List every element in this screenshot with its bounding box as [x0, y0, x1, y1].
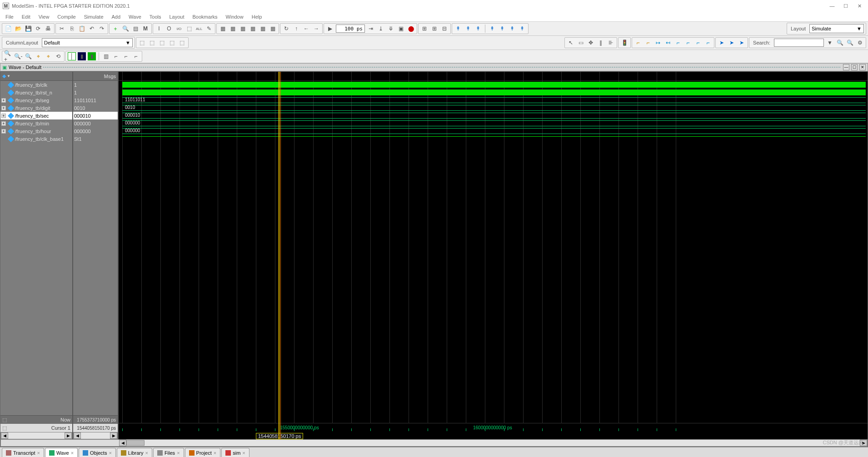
signal-row[interactable]: /fruency_tb/clk: [0, 81, 72, 89]
signal-row[interactable]: +/fruency_tb/digit: [0, 104, 72, 112]
up4-icon[interactable]: ↟: [488, 25, 496, 33]
menu-add[interactable]: Add: [108, 13, 125, 20]
columnlayout-dropdown[interactable]: Default ▼: [42, 38, 133, 47]
run-icon[interactable]: ▶: [326, 25, 334, 33]
edge1-icon[interactable]: ⌐: [634, 39, 642, 47]
tab-close-icon[interactable]: ×: [145, 450, 148, 456]
new-icon[interactable]: 📄: [4, 25, 12, 33]
tab-close-icon[interactable]: ×: [214, 450, 216, 456]
menu-file[interactable]: File: [2, 13, 17, 20]
scroll-right-icon[interactable]: ▶: [110, 432, 117, 439]
waveform-area[interactable]: 1550000000000 ps1600000000000 ps 1544058…: [119, 72, 868, 439]
win1-icon[interactable]: ⊞: [420, 25, 429, 33]
search-prev-icon[interactable]: 🔍: [836, 39, 844, 47]
menu-compile[interactable]: Compile: [54, 13, 79, 20]
tab-wave[interactable]: Wave×: [45, 448, 78, 457]
fmt1-icon[interactable]: ⬚: [138, 39, 146, 47]
break-icon[interactable]: ▣: [397, 25, 405, 33]
menu-help[interactable]: Help: [248, 13, 266, 20]
layout-dropdown[interactable]: Simulate ▼: [809, 24, 864, 33]
tab-close-icon[interactable]: ×: [177, 450, 180, 456]
signal-row[interactable]: +/fruency_tb/sec: [0, 112, 72, 119]
expand3-icon[interactable]: ➤: [738, 39, 746, 47]
cut-icon[interactable]: ✂: [58, 25, 66, 33]
chart1-icon[interactable]: ▦: [219, 25, 227, 33]
chart3-icon[interactable]: ▦: [239, 25, 247, 33]
m-icon[interactable]: M: [141, 25, 150, 33]
search-next-icon[interactable]: 🔍: [846, 39, 854, 47]
menu-view[interactable]: View: [35, 13, 53, 20]
mode5-icon[interactable]: ⌐: [112, 52, 120, 60]
fmt4-icon[interactable]: ⬚: [168, 39, 176, 47]
scroll-right-icon[interactable]: ▶: [860, 440, 867, 446]
edge5-icon[interactable]: ⌐: [674, 39, 682, 47]
zoom-range-icon[interactable]: ⌖: [44, 52, 52, 60]
names-header[interactable]: ◆ ▼: [0, 72, 72, 81]
search-opt-icon[interactable]: ⚙: [856, 39, 864, 47]
panel-max-button[interactable]: ☐: [851, 64, 858, 70]
scroll-left-icon[interactable]: ◀: [1, 432, 8, 439]
mode7-icon[interactable]: ⌐: [132, 52, 140, 60]
mode6-icon[interactable]: ⌐: [122, 52, 130, 60]
refresh-icon[interactable]: ⟳: [34, 25, 42, 33]
zoom-cursor-icon[interactable]: ⌖: [34, 52, 42, 60]
copy-icon[interactable]: ⎘: [68, 25, 76, 33]
add-icon[interactable]: ＋: [111, 25, 120, 33]
tab-sim[interactable]: sim×: [221, 448, 249, 457]
tab-transcript[interactable]: Transcript×: [2, 448, 44, 457]
wave-hscroll[interactable]: ◀ ▶: [0, 439, 868, 447]
tab-project[interactable]: Project×: [185, 448, 221, 457]
scroll-left-icon[interactable]: ◀: [74, 432, 81, 439]
edge4-icon[interactable]: ↤: [664, 39, 672, 47]
mode3-icon[interactable]: ▮: [88, 52, 96, 60]
chart4-icon[interactable]: ▦: [249, 25, 257, 33]
cursor-row-names[interactable]: ⬚ Cursor 1: [0, 424, 72, 432]
edge3-icon[interactable]: ↦: [654, 39, 662, 47]
search-dropdown-icon[interactable]: ▼: [826, 39, 834, 47]
fmt3-icon[interactable]: ⬚: [158, 39, 166, 47]
open-icon[interactable]: 📂: [14, 25, 22, 33]
step-up-icon[interactable]: ↑: [292, 25, 300, 33]
undo-icon[interactable]: ↶: [88, 25, 96, 33]
tab-close-icon[interactable]: ×: [242, 450, 245, 456]
i-icon[interactable]: I: [155, 25, 163, 33]
wave-config-icon[interactable]: ◆: [2, 73, 6, 79]
tab-files[interactable]: Files×: [153, 448, 184, 457]
maximize-button[interactable]: ☐: [840, 2, 852, 10]
edge8-icon[interactable]: ⌐: [704, 39, 712, 47]
up2-icon[interactable]: ↟: [464, 25, 472, 33]
signal-row[interactable]: /fruency_tb/rst_n: [0, 89, 72, 96]
expand-icon[interactable]: +: [1, 114, 6, 118]
edge7-icon[interactable]: ⌐: [694, 39, 702, 47]
expand-icon[interactable]: +: [1, 106, 6, 110]
fmt2-icon[interactable]: ⬚: [148, 39, 156, 47]
zoom-last-icon[interactable]: ⟲: [54, 52, 62, 60]
pointer-icon[interactable]: ↖: [567, 39, 575, 47]
panel-close-button[interactable]: ✕: [859, 64, 866, 70]
zoom-in-icon[interactable]: 🔍+: [4, 52, 12, 60]
restart-icon[interactable]: ↻: [282, 25, 290, 33]
stop-icon[interactable]: ⬤: [407, 25, 415, 33]
tab-objects[interactable]: Objects×: [79, 448, 116, 457]
menu-wave[interactable]: Wave: [125, 13, 145, 20]
scroll-right-icon[interactable]: ▶: [65, 432, 72, 439]
mode1-icon[interactable]: │: [68, 52, 76, 60]
expand-icon[interactable]: +: [1, 98, 6, 103]
expand1-icon[interactable]: ➤: [718, 39, 726, 47]
wand-icon[interactable]: ✎: [205, 25, 213, 33]
mode2-icon[interactable]: ▮: [78, 52, 86, 60]
tab-close-icon[interactable]: ×: [109, 450, 111, 456]
measure-icon[interactable]: ‖: [597, 39, 605, 47]
step-back-icon[interactable]: ←: [302, 25, 310, 33]
up3-icon[interactable]: ↟: [474, 25, 482, 33]
run-cont-icon[interactable]: ⤋: [387, 25, 395, 33]
step-fwd-icon[interactable]: →: [312, 25, 320, 33]
menu-layout[interactable]: Layout: [166, 13, 188, 20]
msgs-hscroll[interactable]: ◀ ▶: [73, 432, 118, 439]
signal-row[interactable]: +/fruency_tb/seg: [0, 96, 72, 104]
pan-icon[interactable]: ✥: [587, 39, 595, 47]
run-time-input[interactable]: [336, 25, 365, 33]
filter-icon[interactable]: ▤: [131, 25, 140, 33]
chart2-icon[interactable]: ▦: [229, 25, 237, 33]
redo-icon[interactable]: ↷: [98, 25, 106, 33]
